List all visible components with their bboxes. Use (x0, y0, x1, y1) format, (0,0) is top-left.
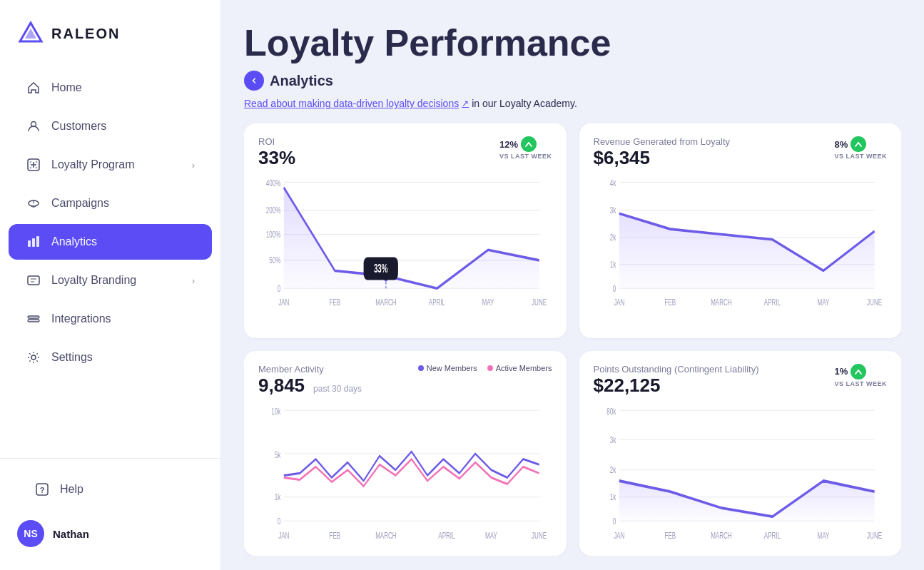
active-members-legend: Active Members (487, 364, 552, 372)
points-badge-pct: 1% (834, 366, 848, 377)
revenue-badge-pct: 8% (834, 139, 848, 150)
sidebar-item-home[interactable]: Home (9, 70, 212, 106)
revenue-trend-icon (851, 136, 866, 152)
avatar: NS (17, 520, 44, 547)
campaigns-icon (26, 195, 41, 211)
svg-text:MARCH: MARCH (375, 297, 396, 307)
sidebar-item-loyalty-program-label: Loyalty Program (51, 158, 135, 171)
roi-chart-value: 33% (258, 147, 295, 169)
revenue-chart-card: Revenue Generated from Loyalty $6,345 8%… (579, 123, 902, 338)
points-trend-icon (851, 364, 866, 380)
roi-chart-card: ROI 33% 12% VS LAST WEEK (244, 123, 567, 338)
page-title: Loyalty Performance (244, 23, 901, 63)
sidebar-item-analytics-label: Analytics (51, 235, 97, 248)
sidebar-item-help[interactable]: ? Help (17, 472, 203, 507)
academy-link-suffix: in our Loyalty Academy. (472, 98, 577, 109)
sidebar-item-integrations[interactable]: Integrations (9, 301, 212, 337)
raleon-logo-icon (17, 20, 44, 47)
sidebar-item-settings-label: Settings (51, 351, 93, 364)
svg-rect-13 (28, 316, 39, 318)
svg-text:0: 0 (278, 515, 280, 526)
svg-point-15 (31, 355, 36, 360)
back-arrow-icon (249, 76, 259, 86)
svg-text:0: 0 (612, 283, 615, 293)
svg-point-4 (30, 161, 32, 163)
points-chart-card: Points Outstanding (Contingent Liability… (579, 351, 902, 556)
points-chart-area: 80k 3k 2k 1k 0 JAN FEB MARCH APRIL MAY J… (594, 399, 888, 546)
svg-text:400%: 400% (266, 178, 281, 188)
points-badge: 1% (834, 364, 887, 380)
svg-rect-11 (36, 236, 39, 247)
svg-point-18 (249, 76, 259, 86)
svg-text:JAN: JAN (278, 297, 289, 307)
roi-badge: 12% (499, 136, 552, 152)
roi-trend-icon (521, 136, 537, 152)
svg-text:33%: 33% (374, 263, 388, 275)
loyalty-branding-icon (26, 273, 41, 288)
sidebar-item-integrations-label: Integrations (51, 312, 111, 325)
svg-text:200%: 200% (266, 205, 281, 215)
svg-text:0: 0 (278, 283, 280, 293)
svg-text:3k: 3k (609, 434, 616, 444)
sidebar-item-loyalty-program[interactable]: Loyalty Program › (9, 147, 212, 183)
member-activity-sub: past 30 days (313, 384, 362, 394)
svg-text:APRIL: APRIL (763, 297, 780, 307)
svg-point-5 (36, 161, 38, 163)
roi-vs-text: VS LAST WEEK (499, 153, 552, 160)
member-activity-chart-header: Member Activity 9,845 past 30 days New M… (258, 364, 552, 398)
customers-icon (26, 118, 41, 134)
svg-text:50%: 50% (269, 255, 280, 265)
svg-text:JAN: JAN (614, 529, 624, 540)
member-activity-chart-title: Member Activity (258, 364, 362, 375)
svg-text:FEB: FEB (330, 297, 341, 307)
academy-link[interactable]: Read about making data-driven loyalty de… (244, 98, 901, 109)
help-icon: ? (34, 482, 50, 497)
new-members-legend: New Members (418, 364, 477, 372)
svg-text:2k: 2k (609, 464, 616, 475)
svg-text:5k: 5k (275, 449, 281, 460)
svg-text:2k: 2k (609, 232, 616, 242)
svg-text:MAY: MAY (817, 529, 829, 540)
svg-text:APRIL: APRIL (429, 297, 445, 307)
svg-rect-10 (32, 238, 35, 247)
sidebar-navigation: Home Customers (0, 61, 220, 458)
svg-rect-12 (28, 276, 39, 285)
main-content: Loyalty Performance Analytics Read about… (221, 0, 924, 570)
svg-text:MARCH: MARCH (375, 529, 397, 540)
sidebar-item-home-label: Home (51, 81, 82, 94)
svg-text:FEB: FEB (330, 529, 341, 540)
user-profile[interactable]: NS Nathan (9, 512, 212, 556)
revenue-chart-title: Revenue Generated from Loyalty (594, 136, 731, 147)
svg-text:JUNE: JUNE (867, 529, 882, 540)
svg-text:4k: 4k (609, 178, 616, 188)
svg-text:JUNE: JUNE (867, 297, 882, 307)
sidebar-bottom: ? Help NS Nathan (0, 458, 220, 570)
svg-text:JAN: JAN (278, 529, 289, 540)
svg-point-7 (36, 167, 38, 169)
charts-grid: ROI 33% 12% VS LAST WEEK (244, 123, 901, 556)
sidebar-item-campaigns[interactable]: Campaigns (9, 185, 212, 221)
back-button[interactable] (244, 71, 264, 91)
roi-chart-area: 400% 200% 100% 50% 0 33% (258, 172, 552, 328)
loyalty-branding-chevron: › (192, 275, 195, 286)
svg-text:JUNE: JUNE (532, 529, 547, 540)
external-link-icon: ↗ (462, 98, 469, 108)
sidebar-item-customers[interactable]: Customers (9, 108, 212, 144)
settings-icon (26, 350, 41, 365)
sidebar-item-analytics[interactable]: Analytics (9, 224, 212, 260)
revenue-vs-text: VS LAST WEEK (834, 153, 887, 160)
member-activity-chart-area: 10k 5k 1k 0 JAN FEB MARCH APRIL MAY JUNE (258, 399, 552, 546)
svg-text:FEB: FEB (664, 297, 676, 307)
breadcrumb-label: Analytics (270, 73, 333, 89)
sidebar-item-help-label: Help (60, 483, 83, 496)
svg-text:MAY: MAY (817, 297, 829, 307)
svg-text:JAN: JAN (614, 297, 624, 307)
svg-text:0: 0 (612, 515, 615, 526)
svg-text:3k: 3k (609, 205, 616, 215)
sidebar-item-loyalty-branding[interactable]: Loyalty Branding › (9, 263, 212, 298)
sidebar-item-settings[interactable]: Settings (9, 340, 212, 375)
breadcrumb: Analytics (244, 71, 901, 91)
points-chart-title: Points Outstanding (Contingent Liability… (594, 364, 759, 375)
svg-text:MARCH: MARCH (711, 297, 731, 307)
sidebar: RALEON Home Customers (0, 0, 221, 570)
